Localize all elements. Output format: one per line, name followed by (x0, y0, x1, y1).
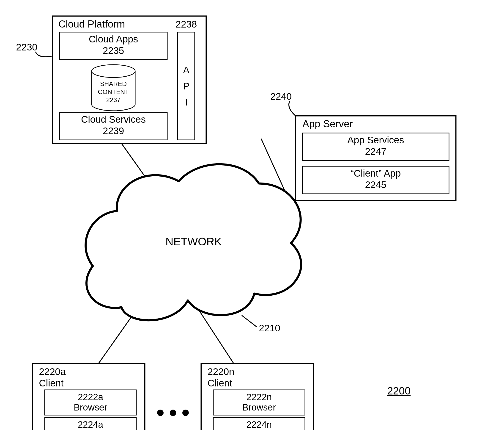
shared-content-cylinder: SHARED CONTENT 2237 (92, 65, 135, 111)
cloud-platform-box: Cloud Platform Cloud Apps 2235 SHARED CO… (53, 16, 206, 143)
ref-2210: 2210 (259, 323, 280, 333)
network-label: NETWORK (165, 235, 222, 248)
ref-2240: 2240 (270, 91, 292, 102)
api-i: I (185, 97, 188, 108)
leader-2230 (36, 52, 52, 57)
ref-2230: 2230 (16, 42, 37, 53)
client-n-title: Client (207, 378, 232, 389)
client-app-label: “Client” App (351, 168, 401, 179)
ellipsis-dot (170, 410, 176, 416)
shared-content-ref: 2237 (106, 96, 120, 103)
shared-content-label-line2: CONTENT (98, 88, 129, 95)
client-n-ref: 2220n (207, 366, 234, 377)
cloud-services-label: Cloud Services (81, 114, 146, 125)
client-a-browser-label: Browser (74, 402, 108, 412)
link-network-to-client-n (199, 311, 234, 364)
shared-content-label-line1: SHARED (100, 80, 127, 87)
svg-point-1 (92, 65, 135, 77)
network-cloud: NETWORK (86, 164, 301, 320)
ellipsis-dot (157, 410, 163, 416)
client-a-ref: 2220a (39, 366, 66, 377)
leader-2210 (242, 315, 257, 327)
client-app-ref: 2245 (365, 179, 386, 190)
client-a-title: Client (39, 378, 64, 389)
client-n-browser-label: Browser (242, 402, 276, 412)
client-n-browser-ref: 2222n (246, 392, 272, 402)
app-server-title: App Server (302, 118, 353, 129)
cloud-services-ref: 2239 (103, 125, 124, 136)
leader-2240 (289, 101, 296, 116)
app-server-box: App Server App Services 2247 “Client” Ap… (296, 116, 456, 201)
app-services-ref: 2247 (365, 146, 386, 157)
client-a-box: 2220a Client 2222a Browser 2224a Client … (33, 364, 145, 430)
ellipsis-dot (182, 410, 189, 416)
diagram: Cloud Platform Cloud Apps 2235 SHARED CO… (0, 0, 504, 430)
api-a: A (183, 65, 189, 75)
client-a-browser-ref: 2222a (78, 392, 103, 402)
cloud-platform-title: Cloud Platform (58, 18, 125, 30)
figure-ref: 2200 (387, 385, 411, 397)
cloud-apps-label: Cloud Apps (89, 34, 138, 45)
client-n-apps-ref: 2224n (246, 420, 272, 430)
cloud-apps-ref: 2235 (103, 45, 124, 56)
app-services-label: App Services (347, 135, 404, 145)
client-a-apps-ref: 2224a (78, 420, 103, 430)
api-ref: 2238 (175, 19, 197, 30)
client-n-box: 2220n Client 2222n Browser 2224n Client … (201, 364, 313, 430)
api-p: P (183, 81, 189, 92)
